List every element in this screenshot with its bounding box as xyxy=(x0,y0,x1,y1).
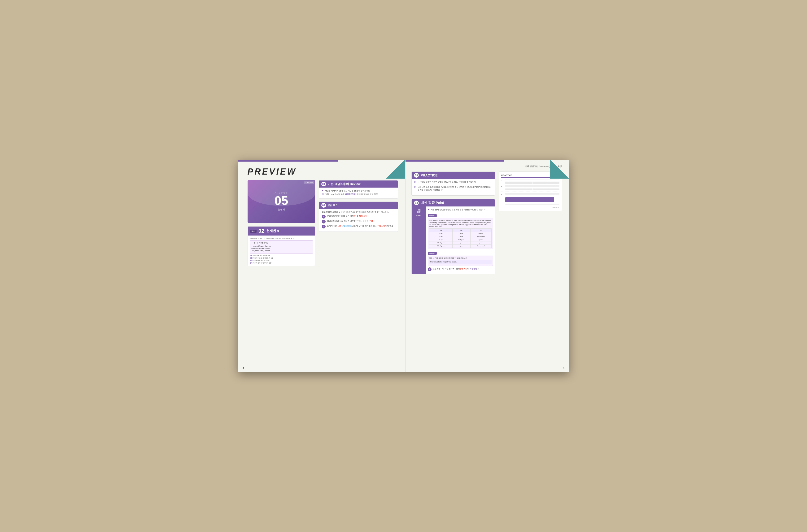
practice-options xyxy=(505,182,559,184)
book-spread: PREVIEW CHAPTER. CHAPTER 05 능현시 xyxy=(238,160,569,372)
section-02-item-2: ② 설명의 빈칸을 직접 채우며 공부할 수 있는 능동적 구성 xyxy=(322,220,395,224)
practice-option xyxy=(532,188,559,189)
col-C: (C) xyxy=(471,229,492,232)
row2-A: ② got xyxy=(429,235,453,238)
practice-option xyxy=(532,183,559,184)
row2-C: has opened xyxy=(471,235,492,238)
section-02-title: 문법 개요 xyxy=(328,204,338,207)
row5-C: has opened xyxy=(471,245,492,248)
practice-option xyxy=(532,189,559,190)
section-01-title: 기본 개념&용어 Review xyxy=(328,182,360,186)
naeshin-left-panel: 내신 직종 Point xyxy=(412,207,426,274)
s03-bullet-dot-1: ▶ xyxy=(415,180,416,183)
section-03-num: 03 xyxy=(414,173,419,178)
preview-title: PREVIEW xyxy=(247,167,398,177)
section-03-bullet-2: ▶ 문제 난이도와 풀이 과정의 수준을 고려하여 쉬운 문제부터 고난도 문제… xyxy=(415,186,492,192)
practice-line xyxy=(505,194,559,195)
practice-option xyxy=(505,183,532,184)
left-content: CHAPTER. CHAPTER 05 능현시 Unit 02 현재완료 xyxy=(247,180,398,266)
section-01-bullet-1: ▶ 학습을 시작하기 전에 주요 개념을 한 눈에 살펴보세요. xyxy=(322,189,395,192)
naeshin-main: ▶ 최신 출제 경향을 반영한 포인트별 빈출 유형을 확인할 수 있습니다. … xyxy=(426,207,495,274)
unit-number: 02 xyxy=(258,228,264,234)
section-01-bullet-2: ① 그림, Q&A 도식과 같은 다양한 구성으로 기본 개념에 쉽게 접근 xyxy=(322,193,395,196)
section-03-bullet-1: ▶ 신유형을 포함한 다양한 유형의 연습문제로 학습 이해도를 확인합니다. xyxy=(415,181,492,185)
section-04-text-1: 최신 출제 경향을 반영한 포인트별 빈출 유형을 확인할 수 있습니다. xyxy=(431,208,487,211)
practice-row-lines-1 xyxy=(505,179,559,184)
point-01-content: I got back to Classroom very late at nig… xyxy=(428,218,493,249)
section-02-header: 02 문법 개요 xyxy=(319,202,398,209)
row2-B: gave xyxy=(452,235,471,238)
naeshin-content-area: 내신 직종 Point ▶ 최신 출제 경향을 반영한 포인트별 빈출 유형을 … xyxy=(412,207,495,274)
point-02-content: 다음 빈칸에 들어갈 말로 가장 적절한 것을 고르시오. They arriv… xyxy=(428,255,493,266)
practice-line xyxy=(505,203,559,203)
section-02-box: 02 문법 개요 쉽고 친절한 설명과 실용적이고 자연스러운 예문으로 효과적… xyxy=(319,202,398,232)
practice-row-lines-2 xyxy=(505,185,559,190)
row1-B: gave xyxy=(452,232,471,235)
practice-option xyxy=(532,182,559,183)
practice-image-title: PRACTICE xyxy=(501,174,559,178)
row1-A: ① got xyxy=(429,232,453,235)
row4-B: gave xyxy=(452,241,471,244)
naeshin-panel-title: 내신 직종 Point xyxy=(413,208,424,216)
section-01-body: ▶ 학습을 시작하기 전에 주요 개념을 한 눈에 살펴보세요. ① 그림, Q… xyxy=(319,188,398,198)
point-01-table: (A) (B) (C) ① got gave opened xyxy=(429,228,492,248)
row1-C: opened xyxy=(471,232,492,235)
section-02-item-text-2: 설명의 빈칸을 직접 채우며 공부할 수 있는 능동적 구성 xyxy=(327,220,373,222)
section-04-title: 내신 직종 Point xyxy=(421,201,444,205)
row3-A: ③ got xyxy=(429,238,453,241)
s04-bullet-dot-1: ▶ xyxy=(428,208,429,211)
section-02-body: 쉽고 친절한 설명과 실용적이고 자연스러운 예문으로 효과적인 학습이 가능해… xyxy=(319,209,398,231)
section-03-body: ▶ 신유형을 포함한 다양한 유형의 연습문제로 학습 이해도를 확인합니다. … xyxy=(412,179,495,195)
num-circle-2: ② xyxy=(322,220,326,224)
unit-badge: Unit xyxy=(250,230,257,233)
point-01-badge: Point 01 xyxy=(428,214,437,217)
section-02-item-3: ③ 놓치기 쉬운 심화 문법 포인트와 문제 풀이를 까다롭게 하는 주의 사항… xyxy=(322,225,395,228)
practice-option xyxy=(505,182,532,183)
unit-subtitle: have/has + 과거분사 • V-ed 등 사용하며 과거와의 연결을 표… xyxy=(250,238,313,240)
practice-line xyxy=(505,181,559,182)
right-page: 더욱 탄탄해진 Grammar Q의 학습 구성 03 PRACTICE xyxy=(405,160,569,372)
unit-content: have/has + 과거분사 • V-ed 등 사용하며 과거와의 연결을 표… xyxy=(248,235,315,266)
row3-C: opened xyxy=(471,238,492,241)
practice-option xyxy=(505,188,532,189)
section-01-num: 01 xyxy=(321,182,326,186)
row4-C: opened xyxy=(471,241,492,244)
section-04-text-2: 포인트별 C파 기준 문제에 대한 출제 의도와 해설방법 제시 xyxy=(433,267,481,270)
point-01-container: Point 01 I got back to Classroom very la… xyxy=(428,213,493,249)
col-A: (A) xyxy=(429,229,453,232)
section-03-text-2: 문제 난이도와 풀이 과정의 수준을 고려하여 쉬운 문제부터 고난도 문제까지… xyxy=(418,186,492,191)
right-top-text: 더욱 탄탄해진 Grammar Q의 학습 구성 xyxy=(411,165,562,168)
section-04-header: 04 내신 직종 Point xyxy=(412,200,495,207)
practice-line xyxy=(505,204,559,205)
unit-title-kr: 현재완료 xyxy=(266,229,279,233)
section-01-box: 01 기본 개념&용어 Review ▶ 학습을 시작하기 전에 주요 개념을 … xyxy=(319,180,398,199)
section-01-bullet-text-2: 그림, Q&A 도식과 같은 다양한 구성으로 기본 개념에 쉽게 접근 xyxy=(325,193,378,196)
unit-header: Unit 02 현재완료 xyxy=(248,227,315,235)
section-02-item-text-3: 놓치기 쉬운 심화 문법 포인트와 문제 풀이를 까다롭게 하는 주의 사항까지… xyxy=(327,225,393,227)
right-col-left: 03 PRACTICE ▶ 신유형을 포함한 다양한 유형의 연습문제로 학습 … xyxy=(411,171,495,274)
section-01-header: 01 기본 개념&용어 Review xyxy=(319,180,398,188)
section-03-box: 03 PRACTICE ▶ 신유형을 포함한 다양한 유형의 연습문제로 학습 … xyxy=(411,171,495,196)
section-03-header: 03 PRACTICE xyxy=(412,172,495,179)
s03-bullet-dot-2: ▶ xyxy=(415,186,416,188)
practice-row-num-3: 2 xyxy=(501,193,504,195)
section-04-box: 04 내신 직종 Point 내신 직종 Point xyxy=(411,199,495,274)
book-cover-title: 능현시 xyxy=(278,208,285,211)
practice-section-1: 1 xyxy=(501,179,559,190)
s04-num-circle: ① xyxy=(428,267,432,271)
row3-B: had given xyxy=(452,238,471,241)
row5-A: ⑤ had gotten xyxy=(429,245,453,248)
practice-line xyxy=(505,196,559,196)
col-B: (B) xyxy=(452,229,471,232)
bullet-dot-2: ① xyxy=(322,193,324,195)
practice-section-2: 2 xyxy=(501,193,559,205)
practice-row-1: 1 xyxy=(501,179,559,184)
example-sentences: • I have not finished the work. • Have y… xyxy=(251,245,312,252)
practice-options-2 xyxy=(505,188,559,190)
right-column: 01 기본 개념&용어 Review ▶ 학습을 시작하기 전에 주요 개념을 … xyxy=(319,180,398,266)
chapter-tag: CHAPTER. xyxy=(304,182,314,184)
practice-row-num-1: 1 xyxy=(501,179,504,182)
section-02-desc: 쉽고 친절한 설명과 실용적이고 자연스러운 예문으로 효과적인 학습이 가능해… xyxy=(322,211,395,213)
page-number-right: 5 xyxy=(563,367,564,369)
practice-line xyxy=(505,193,559,194)
